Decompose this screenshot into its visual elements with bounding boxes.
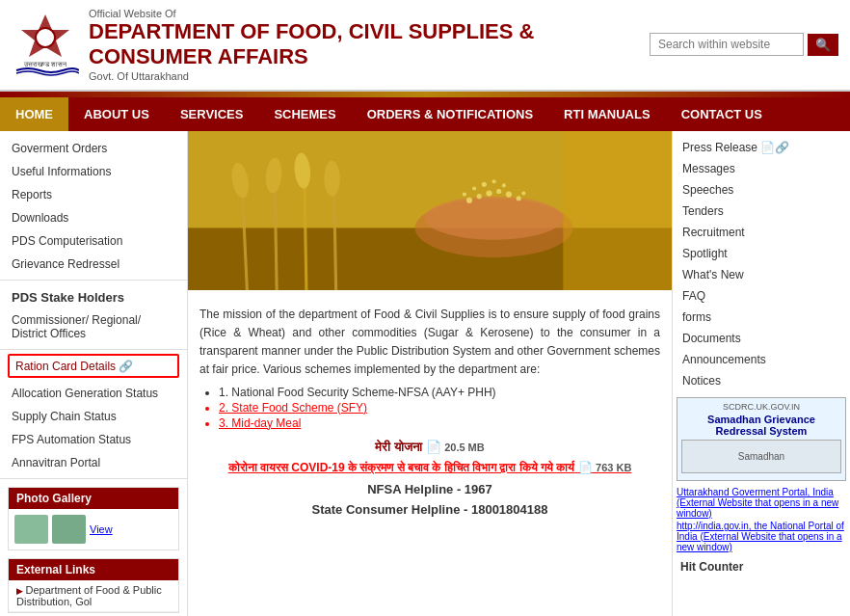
sidebar-item-pds-computer[interactable]: PDS Computerisation [0, 229, 187, 253]
svg-rect-28 [563, 131, 672, 290]
helpline-1: NFSA Helpline - 1967 [199, 482, 660, 496]
sidebar-item-allocation[interactable]: Allocation Generation Status [0, 382, 187, 405]
nav-schemes[interactable]: SCHEMES [258, 97, 351, 131]
main-layout: Goverment Orders Useful Informations Rep… [0, 131, 850, 616]
svg-line-12 [334, 186, 336, 290]
center-content: The mission of the department of Food & … [188, 131, 672, 616]
photo-gallery: Photo Gallery View [8, 487, 179, 550]
svg-point-2 [36, 28, 55, 47]
header-title-area: Official Website Of DEPARTMENT OF FOOD, … [79, 8, 650, 82]
meri-yojana-section: मेरी योजना 📄 20.5 MB [199, 440, 660, 455]
svg-point-15 [425, 196, 563, 239]
main-nav: HOME ABOUT US SERVICES SCHEMES ORDERS & … [0, 97, 850, 131]
gallery-thumb-1 [14, 515, 48, 544]
svg-point-18 [486, 190, 491, 196]
nav-orders[interactable]: ORDERS & NOTIFICATIONS [352, 97, 548, 131]
left-sidebar: Goverment Orders Useful Informations Rep… [0, 131, 188, 616]
right-link-recruitment[interactable]: Recruitment [673, 222, 850, 243]
sidebar-item-supply-chain[interactable]: Supply Chain Status [0, 405, 187, 428]
svg-point-19 [496, 189, 501, 194]
sidebar-divider-3 [0, 478, 187, 479]
ext-link-food-dept[interactable]: Department of Food & Public Distribution… [9, 580, 178, 612]
nav-rti[interactable]: RTI MANUALS [548, 97, 666, 131]
gallery-view-button[interactable]: View [90, 523, 113, 535]
right-link-messages[interactable]: Messages [673, 158, 850, 179]
svg-point-17 [477, 194, 482, 199]
pds-stake-holders-title: PDS Stake Holders [0, 284, 187, 308]
mission-text: The mission of the department of Food & … [199, 306, 660, 380]
right-link-spotlight[interactable]: Spotlight [673, 243, 850, 264]
external-links-box: External Links Department of Food & Publ… [8, 558, 179, 613]
scheme-item-1: 1. National Food Security Scheme-NFSA (A… [219, 386, 660, 399]
sidebar-item-grievance[interactable]: Grievance Redressel [0, 253, 187, 276]
nav-contact[interactable]: CONTACT US [666, 97, 778, 131]
uttarakhand-portal-link[interactable]: Uttarakhand Goverment Portal, India (Ext… [677, 487, 846, 519]
doc-icon: 📄 [426, 440, 441, 454]
svg-point-21 [517, 196, 521, 201]
sidebar-item-commissioner[interactable]: Commissioner/ Regional/ District Offices [0, 308, 187, 345]
sidebar-item-downloads[interactable]: Downloads [0, 206, 187, 229]
svg-point-24 [492, 179, 496, 183]
nav-home[interactable]: HOME [0, 97, 68, 131]
sidebar-item-reports[interactable]: Reports [0, 183, 187, 206]
meri-yojana-link[interactable]: मेरी योजना 📄 20.5 MB [375, 440, 484, 454]
sidebar-divider-1 [0, 280, 187, 281]
sidebar-item-govt-orders[interactable]: Goverment Orders [0, 137, 187, 160]
doc-icon-2: 📄 [578, 461, 593, 474]
nav-about[interactable]: ABOUT US [68, 97, 165, 131]
svg-point-13 [324, 161, 339, 197]
gallery-thumb-2 [52, 515, 86, 544]
official-text: Official Website Of [89, 8, 650, 19]
svg-line-10 [305, 178, 306, 290]
samadhan-box: SCDRC.UK.GOV.IN Samadhan Grievance Redre… [677, 397, 846, 481]
right-link-tenders[interactable]: Tenders [673, 201, 850, 222]
svg-point-25 [502, 183, 506, 187]
samadhan-title: Samadhan Grievance Redressal System [681, 414, 841, 437]
right-link-notices[interactable]: Notices [673, 370, 850, 391]
svg-point-16 [466, 197, 472, 202]
corona-link[interactable]: कोरोना वायरस COVID-19 के संक्रमण से बचाव… [199, 461, 660, 474]
scheme-list: 1. National Food Security Scheme-NFSA (A… [219, 386, 660, 430]
samadhan-site: SCDRC.UK.GOV.IN [681, 402, 841, 412]
search-button[interactable]: 🔍 [808, 34, 838, 56]
search-area: 🔍 [650, 33, 838, 56]
ration-card-box: Ration Card Details 🔗 [8, 354, 179, 378]
search-input[interactable] [650, 33, 804, 56]
svg-point-22 [472, 186, 476, 190]
svg-point-23 [482, 182, 487, 187]
dept-title: DEPARTMENT OF FOOD, CIVIL SUPPLIES & CON… [89, 19, 650, 70]
right-link-speeches[interactable]: Speeches [673, 179, 850, 201]
svg-text:उत्तराखण्ड शासन: उत्तराखण्ड शासन [23, 61, 67, 67]
right-sidebar: Press Release 📄🔗 Messages Speeches Tende… [672, 131, 850, 616]
right-link-forms[interactable]: forms [673, 307, 850, 328]
right-link-documents[interactable]: Documents [673, 328, 850, 349]
sidebar-item-useful-info[interactable]: Useful Informations [0, 160, 187, 183]
portal-links: Uttarakhand Goverment Portal, India (Ext… [677, 487, 846, 552]
govt-text: Govt. Of Uttarakhand [89, 70, 650, 82]
svg-point-27 [521, 191, 525, 195]
scheme-item-2: 2. State Food Scheme (SFY) [219, 401, 660, 415]
gallery-title: Photo Gallery [9, 488, 178, 509]
govt-emblem-icon: उत्तराखण्ड शासन [12, 11, 79, 78]
india-portal-link[interactable]: http://india.gov.in, the National Portal… [677, 521, 846, 552]
external-icon: 📄🔗 [760, 141, 789, 154]
sidebar-divider-2 [0, 349, 187, 350]
ration-card-link[interactable]: Ration Card Details 🔗 [15, 360, 133, 373]
gallery-content: View [9, 509, 178, 549]
scheme-item-3: 3. Mid-day Meal [219, 416, 660, 430]
right-link-whats-new[interactable]: What's New [673, 264, 850, 285]
helpline-2: State Consumer Helpline - 18001804188 [199, 502, 660, 517]
logo-area: उत्तराखण्ड शासन [12, 11, 79, 78]
header: उत्तराखण्ड शासन Official Website Of DEPA… [0, 0, 850, 92]
svg-point-26 [463, 192, 466, 196]
center-inner: The mission of the department of Food & … [188, 290, 672, 524]
sidebar-item-fps[interactable]: FPS Automation Status [0, 428, 187, 451]
hit-counter: Hit Counter [673, 556, 850, 577]
wheat-svg [188, 131, 672, 290]
sidebar-item-annavitran[interactable]: Annavitran Portal [0, 451, 187, 474]
nav-services[interactable]: SERVICES [165, 97, 259, 131]
right-link-press-release[interactable]: Press Release 📄🔗 [673, 137, 850, 158]
right-link-faq[interactable]: FAQ [673, 285, 850, 307]
samadhan-image: Samadhan [681, 440, 841, 473]
right-link-announcements[interactable]: Announcements [673, 349, 850, 370]
